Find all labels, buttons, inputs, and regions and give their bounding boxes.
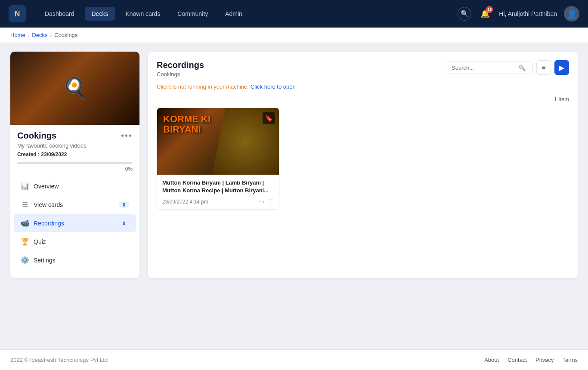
right-panel: Recordings Cookings 🔍 ≡ ▶ Client is not … bbox=[148, 52, 578, 278]
footer-link-contact[interactable]: Contact bbox=[508, 357, 527, 363]
breadcrumb-current: Cookings bbox=[54, 32, 77, 38]
search-icon[interactable]: 🔍 bbox=[458, 7, 471, 21]
deck-image-placeholder: 🍳 bbox=[10, 52, 139, 125]
footer: 2022 © Ideasfresh Techcnology Pvt Ltd Ab… bbox=[0, 349, 588, 370]
footer-copyright: 2022 © Ideasfresh Techcnology Pvt Ltd bbox=[10, 357, 108, 363]
video-card-title: Mutton Korma Biryani | Lamb Biryani | Mu… bbox=[162, 179, 274, 194]
sidebar-item-label-quiz: Quiz bbox=[34, 238, 129, 245]
rp-header: Recordings Cookings 🔍 ≡ ▶ bbox=[157, 60, 569, 77]
sidebar-item-recordings[interactable]: 📹 Recordings 0 bbox=[14, 214, 136, 232]
view-cards-icon: ☰ bbox=[21, 200, 29, 209]
nav-item-dashboard[interactable]: Dashboard bbox=[38, 7, 81, 21]
rp-header-left: Recordings Cookings bbox=[157, 60, 204, 77]
cards-grid: KORME KI BIRYANI 🔖 Mutton Korma Biryani … bbox=[157, 108, 569, 210]
deck-subtitle: My favourite cooking videos bbox=[17, 142, 133, 149]
nav-item-community[interactable]: Community bbox=[170, 7, 215, 21]
video-thumb-title: KORME KI BIRYANI bbox=[163, 114, 229, 135]
sidebar-item-label-recordings: Recordings bbox=[34, 220, 115, 227]
footer-link-terms[interactable]: Terms bbox=[563, 357, 578, 363]
deck-menu-button[interactable]: ••• bbox=[121, 131, 133, 141]
sidebar-item-label-settings: Settings bbox=[34, 257, 129, 264]
footer-link-privacy[interactable]: Privacy bbox=[535, 357, 554, 363]
video-card-date: 23/09/2022 4:14 pm bbox=[162, 199, 208, 205]
side-nav: 📊 Overview ☰ View cards 0 📹 Recordings 0… bbox=[10, 177, 139, 269]
left-panel: 🍳 Cookings ••• My favourite cooking vide… bbox=[10, 52, 139, 278]
deck-progress-bar-container bbox=[17, 162, 133, 164]
main-content: 🍳 Cookings ••• My favourite cooking vide… bbox=[0, 43, 588, 287]
navbar: N Dashboard Decks Known cards Community … bbox=[0, 0, 588, 28]
footer-link-about[interactable]: About bbox=[484, 357, 499, 363]
recordings-icon: 📹 bbox=[21, 219, 29, 227]
deck-image: 🍳 bbox=[10, 52, 139, 125]
sidebar-item-overview[interactable]: 📊 Overview bbox=[14, 177, 136, 195]
grid-view-button[interactable]: ▶ bbox=[554, 60, 569, 75]
nav-logo[interactable]: N bbox=[9, 5, 26, 22]
video-card-actions: ↪ ♡ bbox=[259, 198, 274, 206]
breadcrumb-sep-2: › bbox=[50, 33, 52, 38]
view-cards-badge: 0 bbox=[119, 201, 129, 208]
recordings-badge: 0 bbox=[119, 220, 129, 227]
nav-username: Hi, Aruljothi Parthiban bbox=[499, 10, 557, 17]
overview-icon: 📊 bbox=[21, 182, 29, 190]
video-card[interactable]: KORME KI BIRYANI 🔖 Mutton Korma Biryani … bbox=[157, 108, 279, 210]
rp-controls: 🔍 ≡ ▶ bbox=[447, 60, 569, 75]
breadcrumb-sep-1: › bbox=[28, 33, 30, 38]
deck-title-row: Cookings ••• bbox=[17, 131, 133, 141]
rp-title: Recordings bbox=[157, 60, 204, 70]
breadcrumb-decks[interactable]: Decks bbox=[32, 32, 47, 38]
nav-item-admin[interactable]: Admin bbox=[218, 7, 249, 21]
client-warning-text: Client is not running in your machine. bbox=[157, 83, 249, 90]
video-card-body: Mutton Korma Biryani | Lamb Biryani | Mu… bbox=[157, 175, 279, 209]
sidebar-item-quiz[interactable]: 🏆 Quiz bbox=[14, 233, 136, 250]
list-view-button[interactable]: ≡ bbox=[536, 60, 551, 75]
deck-created: Created : 23/09/2022 bbox=[17, 151, 133, 157]
sidebar-item-label-view-cards: View cards bbox=[34, 201, 115, 208]
client-warning: Client is not running in your machine. C… bbox=[157, 83, 569, 90]
video-thumb-bg: KORME KI BIRYANI 🔖 bbox=[157, 108, 279, 175]
nav-item-known-cards[interactable]: Known cards bbox=[118, 7, 167, 21]
items-count: 1 item bbox=[157, 96, 569, 102]
share-icon[interactable]: ↪ bbox=[259, 198, 265, 206]
deck-progress-label: 0% bbox=[17, 166, 133, 172]
search-icon: 🔍 bbox=[519, 65, 526, 71]
settings-icon: ⚙️ bbox=[21, 256, 29, 264]
video-thumb-bookmark-icon[interactable]: 🔖 bbox=[263, 112, 275, 124]
like-icon[interactable]: ♡ bbox=[268, 198, 274, 206]
notification-bell[interactable]: 🔔 18 bbox=[478, 7, 492, 21]
breadcrumb-home[interactable]: Home bbox=[10, 32, 25, 38]
video-thumbnail: KORME KI BIRYANI 🔖 bbox=[157, 108, 279, 175]
nav-item-decks[interactable]: Decks bbox=[85, 7, 115, 21]
deck-title: Cookings bbox=[17, 131, 56, 141]
video-card-footer: 23/09/2022 4:14 pm ↪ ♡ bbox=[162, 198, 274, 206]
notification-badge: 18 bbox=[486, 6, 493, 13]
deck-info: Cookings ••• My favourite cooking videos… bbox=[10, 125, 139, 172]
sidebar-item-view-cards[interactable]: ☰ View cards 0 bbox=[14, 196, 136, 213]
nav-right: 🔍 🔔 18 Hi, Aruljothi Parthiban 👤 bbox=[458, 6, 579, 22]
sidebar-item-label-overview: Overview bbox=[34, 183, 129, 190]
breadcrumb: Home › Decks › Cookings bbox=[0, 28, 588, 43]
sidebar-item-settings[interactable]: ⚙️ Settings bbox=[14, 251, 136, 269]
search-box[interactable]: 🔍 bbox=[447, 62, 533, 74]
rp-subtitle: Cookings bbox=[157, 71, 204, 77]
footer-links: About Contact Privacy Terms bbox=[484, 357, 578, 363]
quiz-icon: 🏆 bbox=[21, 237, 29, 246]
avatar[interactable]: 👤 bbox=[564, 6, 579, 22]
search-input[interactable] bbox=[452, 65, 516, 71]
client-open-link[interactable]: Click here to open bbox=[251, 83, 296, 90]
